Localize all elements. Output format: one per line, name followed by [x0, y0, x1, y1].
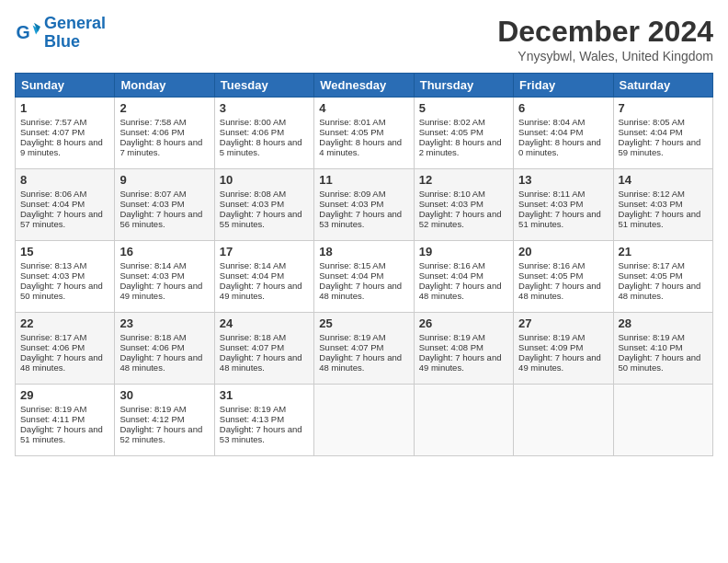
daylight-label: Daylight: 7 hours and 48 minutes. — [20, 352, 103, 373]
sunrise-label: Sunrise: 8:02 AM — [419, 117, 485, 127]
sunset-label: Sunset: 4:03 PM — [20, 270, 85, 281]
calendar-cell: 2Sunrise: 7:58 AMSunset: 4:06 PMDaylight… — [115, 98, 214, 169]
sunrise-label: Sunrise: 8:16 AM — [518, 260, 585, 270]
calendar-cell: 15Sunrise: 8:13 AMSunset: 4:03 PMDayligh… — [16, 241, 115, 313]
daylight-label: Daylight: 7 hours and 55 minutes. — [220, 209, 302, 229]
calendar-cell — [414, 385, 513, 456]
daylight-label: Daylight: 7 hours and 48 minutes. — [119, 352, 202, 373]
svg-text:G: G — [16, 21, 29, 41]
sunset-label: Sunset: 4:03 PM — [119, 199, 184, 209]
sunrise-label: Sunrise: 8:19 AM — [619, 332, 685, 342]
sunset-label: Sunset: 4:06 PM — [220, 127, 284, 137]
sunset-label: Sunset: 4:07 PM — [220, 342, 284, 352]
calendar-cell: 25Sunrise: 8:19 AMSunset: 4:07 PMDayligh… — [314, 313, 414, 385]
sunrise-label: Sunrise: 8:14 AM — [119, 260, 186, 270]
sunset-label: Sunset: 4:08 PM — [419, 342, 483, 352]
day-number: 13 — [518, 173, 608, 187]
day-number: 2 — [119, 101, 209, 115]
day-number: 26 — [419, 316, 508, 330]
calendar-cell: 10Sunrise: 8:08 AMSunset: 4:03 PMDayligh… — [214, 169, 313, 241]
daylight-label: Daylight: 7 hours and 48 minutes. — [220, 352, 302, 373]
day-number: 16 — [119, 245, 209, 259]
day-number: 8 — [20, 173, 109, 187]
daylight-label: Daylight: 7 hours and 49 minutes. — [419, 352, 502, 373]
day-number: 5 — [419, 101, 508, 115]
sunset-label: Sunset: 4:04 PM — [518, 127, 583, 137]
sunrise-label: Sunrise: 8:17 AM — [619, 260, 685, 270]
sunrise-label: Sunrise: 8:19 AM — [419, 332, 485, 342]
day-number: 20 — [518, 245, 608, 259]
sunrise-label: Sunrise: 8:08 AM — [220, 189, 286, 199]
sunrise-label: Sunrise: 8:19 AM — [220, 404, 286, 414]
sunrise-label: Sunrise: 8:19 AM — [20, 404, 86, 414]
daylight-label: Daylight: 7 hours and 48 minutes. — [619, 281, 701, 301]
sunrise-label: Sunrise: 8:19 AM — [518, 332, 585, 342]
calendar-cell: 22Sunrise: 8:17 AMSunset: 4:06 PMDayligh… — [16, 313, 115, 385]
calendar-cell: 11Sunrise: 8:09 AMSunset: 4:03 PMDayligh… — [314, 169, 414, 241]
week-row-1: 1Sunrise: 7:57 AMSunset: 4:07 PMDaylight… — [16, 98, 713, 169]
sunset-label: Sunset: 4:03 PM — [619, 199, 683, 209]
sunset-label: Sunset: 4:04 PM — [20, 199, 85, 209]
sunset-label: Sunset: 4:03 PM — [518, 199, 583, 209]
calendar-cell: 13Sunrise: 8:11 AMSunset: 4:03 PMDayligh… — [514, 169, 613, 241]
month-title: December 2024 — [497, 15, 713, 49]
calendar-cell: 3Sunrise: 8:00 AMSunset: 4:06 PMDaylight… — [214, 98, 313, 169]
calendar-cell: 16Sunrise: 8:14 AMSunset: 4:03 PMDayligh… — [115, 241, 214, 313]
sunset-label: Sunset: 4:05 PM — [619, 270, 683, 281]
sunset-label: Sunset: 4:13 PM — [220, 414, 284, 424]
day-number: 29 — [20, 388, 109, 402]
sunrise-label: Sunrise: 8:11 AM — [518, 189, 585, 199]
daylight-label: Daylight: 8 hours and 0 minutes. — [518, 137, 601, 157]
column-header-wednesday: Wednesday — [314, 74, 414, 98]
logo: G General Blue — [15, 15, 106, 52]
day-number: 30 — [119, 388, 209, 402]
sunrise-label: Sunrise: 8:19 AM — [119, 404, 186, 414]
sunset-label: Sunset: 4:12 PM — [119, 414, 184, 424]
sunset-label: Sunset: 4:04 PM — [319, 270, 383, 281]
sunset-label: Sunset: 4:11 PM — [20, 414, 85, 424]
column-header-monday: Monday — [115, 74, 214, 98]
calendar-cell: 28Sunrise: 8:19 AMSunset: 4:10 PMDayligh… — [613, 313, 712, 385]
daylight-label: Daylight: 7 hours and 51 minutes. — [20, 424, 103, 444]
calendar-cell: 12Sunrise: 8:10 AMSunset: 4:03 PMDayligh… — [414, 169, 513, 241]
day-number: 3 — [220, 101, 309, 115]
daylight-label: Daylight: 7 hours and 57 minutes. — [20, 209, 103, 229]
day-number: 27 — [518, 316, 608, 330]
daylight-label: Daylight: 7 hours and 56 minutes. — [119, 209, 202, 229]
sunset-label: Sunset: 4:04 PM — [619, 127, 683, 137]
daylight-label: Daylight: 7 hours and 49 minutes. — [220, 281, 302, 301]
sunrise-label: Sunrise: 8:18 AM — [220, 332, 286, 342]
sunrise-label: Sunrise: 8:09 AM — [319, 189, 385, 199]
sunset-label: Sunset: 4:09 PM — [518, 342, 583, 352]
day-number: 17 — [220, 245, 309, 259]
sunrise-label: Sunrise: 8:14 AM — [220, 260, 286, 270]
sunrise-label: Sunrise: 8:15 AM — [319, 260, 385, 270]
calendar-cell: 18Sunrise: 8:15 AMSunset: 4:04 PMDayligh… — [314, 241, 414, 313]
calendar-cell: 19Sunrise: 8:16 AMSunset: 4:04 PMDayligh… — [414, 241, 513, 313]
day-number: 9 — [119, 173, 209, 187]
week-row-2: 8Sunrise: 8:06 AMSunset: 4:04 PMDaylight… — [16, 169, 713, 241]
header: G General Blue December 2024 Ynysybwl, W… — [15, 15, 713, 63]
calendar-cell: 8Sunrise: 8:06 AMSunset: 4:04 PMDaylight… — [16, 169, 115, 241]
calendar-cell: 30Sunrise: 8:19 AMSunset: 4:12 PMDayligh… — [115, 385, 214, 456]
calendar-cell: 17Sunrise: 8:14 AMSunset: 4:04 PMDayligh… — [214, 241, 313, 313]
calendar-cell: 6Sunrise: 8:04 AMSunset: 4:04 PMDaylight… — [514, 98, 613, 169]
location: Ynysybwl, Wales, United Kingdom — [497, 49, 713, 63]
sunset-label: Sunset: 4:06 PM — [20, 342, 85, 352]
sunset-label: Sunset: 4:07 PM — [20, 127, 85, 137]
sunset-label: Sunset: 4:04 PM — [220, 270, 284, 281]
sunrise-label: Sunrise: 8:12 AM — [619, 189, 685, 199]
daylight-label: Daylight: 7 hours and 48 minutes. — [419, 281, 502, 301]
sunset-label: Sunset: 4:05 PM — [419, 127, 483, 137]
day-number: 19 — [419, 245, 508, 259]
page: G General Blue December 2024 Ynysybwl, W… — [0, 0, 728, 563]
daylight-label: Daylight: 7 hours and 49 minutes. — [518, 352, 601, 373]
sunset-label: Sunset: 4:10 PM — [619, 342, 683, 352]
calendar-cell: 7Sunrise: 8:05 AMSunset: 4:04 PMDaylight… — [613, 98, 712, 169]
day-number: 1 — [20, 101, 109, 115]
calendar-cell: 23Sunrise: 8:18 AMSunset: 4:06 PMDayligh… — [115, 313, 214, 385]
day-number: 14 — [619, 173, 708, 187]
sunrise-label: Sunrise: 8:04 AM — [518, 117, 585, 127]
sunrise-label: Sunrise: 8:19 AM — [319, 332, 385, 342]
week-row-3: 15Sunrise: 8:13 AMSunset: 4:03 PMDayligh… — [16, 241, 713, 313]
